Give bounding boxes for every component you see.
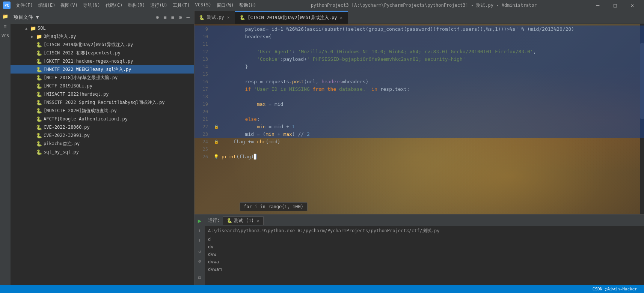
code-line-21: 21 else: xyxy=(195,116,644,123)
menu-vcs[interactable]: VCS(S) xyxy=(193,2,214,9)
tree-item-cve28060[interactable]: 🐍 CVE-2022-28060.py xyxy=(11,123,194,131)
file-tree: ▲ 📁 SQL ▶ 📁 0的sql注入.py 🐍 [CISCN 2019华北Da… xyxy=(11,24,194,293)
sidebar-icons[interactable]: ⊕ ≡ ≡ ⚙ ─ xyxy=(154,14,191,21)
minimize-button[interactable]: ─ xyxy=(589,0,606,11)
menu-view[interactable]: 视图(V) xyxy=(58,2,80,9)
line-gutter-22: 🔒 xyxy=(213,123,220,131)
tree-item-sqlbysql[interactable]: 🐍 sql_by_sql.py xyxy=(11,148,194,156)
tree-item-pikachu[interactable]: 🐍 pikachu首注.py xyxy=(11,140,194,148)
menu-refactor[interactable]: 重构(R) xyxy=(125,2,147,9)
tree-label-wustctf: [WUSTCTF 2020]颜值成绩查询.py xyxy=(44,108,117,114)
code-line-22: 22 🔒 min = mid + 1 xyxy=(195,123,644,131)
tree-item-cve32991[interactable]: 🐍 CVE-2022-32991.py xyxy=(11,131,194,140)
sidebar: 项目文件 ▼ ⊕ ≡ ≡ ⚙ ─ ▲ 📁 SQL ▶ 📁 0的sql注入.py xyxy=(11,11,195,293)
activity-structure-icon[interactable]: ≡ xyxy=(1,22,9,30)
menu-window[interactable]: 窗口(W) xyxy=(214,2,236,9)
tree-item-nctf2019[interactable]: 🐍 [NCTF 2019]SQLi.py xyxy=(11,82,194,90)
tree-label-nssctf: [NSSCTF 2022 Spring Recruit]babysql同或注入.… xyxy=(44,99,165,106)
run-play-button[interactable]: ▶ xyxy=(196,216,204,225)
run-scroll-up-button[interactable]: ↑ xyxy=(196,226,204,234)
tree-item-hnctf[interactable]: 🐍 [HNCTF 2022 WEEK2]easy_sql注入.py xyxy=(11,65,194,74)
sidebar-minimize-icon[interactable]: ─ xyxy=(185,14,191,21)
folder-icon-sql: 📁 xyxy=(30,26,36,31)
tree-item-gkctf[interactable]: 🐍 [GKCTF 2021]hackme-regex-nosql.py xyxy=(11,57,194,65)
tree-item-0sql[interactable]: ▶ 📁 0的sql注入.py xyxy=(11,32,194,41)
file-icon-ciscn2019: 🐍 xyxy=(36,42,42,48)
main-layout: 📁 ≡ VCS ⚙ 项目文件 ▼ ⊕ ≡ ≡ ⚙ ─ ▲ 📁 SQL xyxy=(0,11,644,293)
activity-project-icon[interactable]: 📁 xyxy=(1,12,9,20)
maximize-button[interactable]: □ xyxy=(606,0,624,11)
file-icon-ciscn2022: 🐍 xyxy=(36,50,42,56)
line-code-15 xyxy=(220,71,644,78)
status-bar: CSDN @Aiwin-Hacker xyxy=(0,285,644,293)
run-layout-button[interactable]: ⊟ xyxy=(196,273,204,282)
tree-arrow-0sql: ▶ xyxy=(30,35,35,39)
tab-ciscn[interactable]: 🐍 [CISCN 2019华北Day2]Web1异或注入.py ✕ xyxy=(235,11,348,24)
run-scroll-down-button[interactable]: ↓ xyxy=(196,236,204,244)
menu-file[interactable]: 文件(F) xyxy=(14,2,35,9)
tree-label-sqlbysql: sql_by_sql.py xyxy=(44,149,79,155)
code-editor[interactable]: 9 payload= id=1 %26%26(ascii(substr((sel… xyxy=(195,24,644,214)
project-title: 项目文件 ▼ xyxy=(14,14,154,21)
suggestion-bulb-26[interactable]: 💡 xyxy=(214,153,219,161)
run-tab-close[interactable]: ✕ xyxy=(257,218,259,223)
sidebar-locate-icon[interactable]: ⊕ xyxy=(154,14,160,21)
breakpoint-lock-22: 🔒 xyxy=(214,123,219,131)
folder-icon-0sql: 📁 xyxy=(36,34,42,39)
sidebar-collapse-icon[interactable]: ≡ xyxy=(162,14,168,21)
tab-ciscn-icon: 🐍 xyxy=(240,15,245,20)
file-icon-sqlbysql: 🐍 xyxy=(36,149,42,155)
tree-item-nssctf[interactable]: 🐍 [NSSCTF 2022 Spring Recruit]babysql同或注… xyxy=(11,98,194,107)
line-code-10: headers={ xyxy=(220,33,644,41)
menu-code[interactable]: 代码(C) xyxy=(103,2,125,9)
line-code-19: max = mid xyxy=(220,101,644,108)
tree-item-afctf[interactable]: 🐍 AFCTF[Google Authentication].py xyxy=(11,115,194,123)
tree-label-hnctf: [HNCTF 2022 WEEK2]easy_sql注入.py xyxy=(44,66,131,73)
file-icon-pikachu: 🐍 xyxy=(36,141,42,147)
menu-bar[interactable]: 文件(F) 编辑(E) 视图(V) 导航(N) 代码(C) 重构(R) 运行(U… xyxy=(14,2,258,9)
run-out-d: d xyxy=(208,236,641,243)
line-num-15: 15 xyxy=(195,71,213,78)
tree-label-ciscn2022: [CISCN 2022 初赛]ezpentest.py xyxy=(44,50,121,56)
code-line-16: 16 resp = requests.post(url, headers=hea… xyxy=(195,78,644,86)
file-icon-hnctf: 🐍 xyxy=(36,67,42,72)
tree-item-wustctf[interactable]: 🐍 [WUSTCTF 2020]颜值成绩查询.py xyxy=(11,107,194,115)
title-bar: PC 文件(F) 编辑(E) 视图(V) 导航(N) 代码(C) 重构(R) 运… xyxy=(0,0,644,11)
close-button[interactable]: ✕ xyxy=(624,0,641,11)
menu-help[interactable]: 帮助(H) xyxy=(237,2,259,9)
window-controls[interactable]: ─ □ ✕ xyxy=(589,0,641,11)
code-line-26: 26 💡 print(flag)▋ xyxy=(195,153,644,161)
line-code-16: resp = requests.post(url, headers=header… xyxy=(220,78,644,86)
tree-item-ciscn2022[interactable]: 🐍 [CISCN 2022 初赛]ezpentest.py xyxy=(11,49,194,57)
tree-label-cve32991: CVE-2022-32991.py xyxy=(44,133,90,138)
menu-edit[interactable]: 编辑(E) xyxy=(36,2,58,9)
menu-run[interactable]: 运行(U) xyxy=(148,2,170,9)
code-tooltip: for i in range(1, 100) xyxy=(240,202,308,211)
tree-item-nctf2018[interactable]: 🐍 [NCTF 2018]小绿草之最强大脑.py xyxy=(11,74,194,82)
run-output: A:\disearch\python3.9\python.exe A:/pych… xyxy=(205,226,644,293)
sidebar-settings-icon[interactable]: ⚙ xyxy=(177,14,183,21)
line-code-17: if 'User ID is MISSING from the database… xyxy=(220,86,644,93)
line-num-14: 14 xyxy=(195,63,213,71)
menu-navigate[interactable]: 导航(N) xyxy=(81,2,103,9)
file-icon-cve32991: 🐍 xyxy=(36,133,42,138)
file-icon-afctf: 🐍 xyxy=(36,116,42,122)
menu-tools[interactable]: 工具(T) xyxy=(170,2,192,9)
tree-label-gkctf: [GKCTF 2021]hackme-regex-nosql.py xyxy=(44,59,133,64)
run-reload-button[interactable]: ↺ xyxy=(196,247,204,255)
sidebar-expand-icon[interactable]: ≡ xyxy=(170,14,176,21)
activity-vcs-icon[interactable]: VCS xyxy=(1,32,9,40)
tab-ceshi-close[interactable]: ✕ xyxy=(226,15,231,20)
tab-ciscn-close[interactable]: ✕ xyxy=(339,15,343,20)
tree-item-sql[interactable]: ▲ 📁 SQL xyxy=(11,24,194,32)
tree-item-nisactf[interactable]: 🐍 [NISACTF 2022]hardsql.py xyxy=(11,90,194,98)
code-content[interactable]: 9 payload= id=1 %26%26(ascii(substr((sel… xyxy=(195,24,644,162)
run-settings-button[interactable]: ⚙ xyxy=(196,257,204,265)
line-gutter-26: 💡 xyxy=(213,153,220,161)
code-line-13: 13 'Cookie':payload+' PHPSESSID=bgjapbi0… xyxy=(195,56,644,63)
run-tab-label: 测试 (1) xyxy=(234,218,254,224)
run-tab-ceshi[interactable]: 🐍 测试 (1) ✕ xyxy=(223,216,264,225)
tab-ceshi[interactable]: 🐍 测试.py ✕ xyxy=(195,11,235,24)
sidebar-header: 项目文件 ▼ ⊕ ≡ ≡ ⚙ ─ xyxy=(11,11,194,24)
tree-item-ciscn2019[interactable]: 🐍 [CISCN 2019华北Day2]Web1异或注入.py xyxy=(11,41,194,49)
